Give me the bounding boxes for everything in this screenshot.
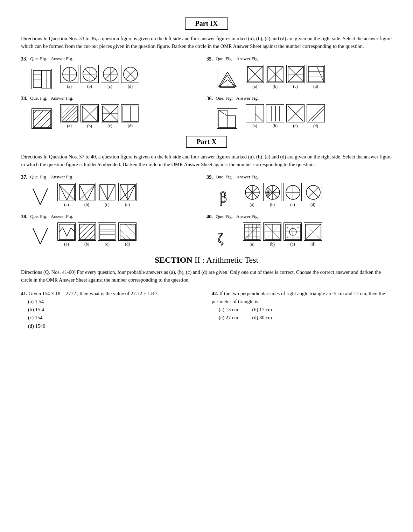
q36-que-label: Que. Fig.	[216, 95, 233, 101]
q35-num: 35.	[206, 56, 213, 62]
q34-c-label: (c)	[107, 123, 112, 129]
q40-ans-b: (b)	[263, 222, 281, 247]
q37-ans-d: (d)	[118, 183, 136, 207]
q40-ans-label: Answer Fig.	[236, 214, 259, 219]
q42-opt-a: (a) 13 cm	[219, 306, 238, 314]
q37-row: 37. Que. Fig. Answer Fig.	[21, 174, 206, 182]
q35-c-label: (c)	[293, 84, 298, 89]
q37-a-label: (a)	[64, 202, 69, 207]
q40-ans-a: (a)	[243, 222, 261, 247]
q37-b-label: (b)	[84, 202, 89, 207]
q35-d-svg	[307, 65, 325, 83]
svg-line-96	[33, 189, 40, 205]
q36-c-label: (c)	[293, 123, 298, 129]
q36-a-svg	[246, 104, 264, 122]
q36-que-fig	[217, 108, 237, 129]
q40-d-svg	[304, 222, 322, 241]
svg-rect-59	[61, 105, 78, 122]
svg-rect-143	[58, 223, 76, 241]
q36-ans-a: (a)	[246, 104, 264, 129]
section-2-title-bold: SECTION	[155, 255, 192, 264]
q37-que-svg	[31, 187, 49, 207]
q39-ans-a: (a)	[243, 183, 261, 207]
q42-options-row1: (a) 13 cm (b) 17 cm	[219, 306, 392, 314]
q34-c-svg	[101, 104, 119, 122]
q34-que-fig	[31, 108, 52, 129]
q39-a-label: (a)	[250, 202, 254, 207]
q40-que-svg: ζ	[217, 227, 234, 247]
q33-b-label: (b)	[87, 84, 92, 89]
q41-opt-c: (c) 154	[28, 314, 201, 322]
q42-block: 42. If the two perpendicular sides of ri…	[212, 290, 392, 330]
q40-block: 40. Que. Fig. Answer Fig. ζ	[206, 214, 392, 247]
q37-q39-row: 37. Que. Fig. Answer Fig.	[21, 174, 392, 207]
q35-figures: (a) (b) (c	[217, 65, 392, 89]
svg-text:+: +	[287, 226, 288, 229]
q42-text: If the two perpendicular sides of right …	[212, 291, 385, 304]
q38-q40-row: 38. Que. Fig. Answer Fig. (a)	[21, 214, 392, 247]
q33-ans-b: (b)	[80, 65, 99, 89]
part-ix-directions: Directions In Question Nos. 33 to 36, a …	[21, 35, 392, 50]
q37-ans-a: (a)	[57, 183, 76, 207]
q36-row: 36. Que. Fig. Answer Fig.	[206, 95, 392, 103]
q40-b-svg	[263, 222, 281, 241]
q38-b-svg	[78, 222, 96, 241]
part-x-directions: Directions In Question Nos. 37 to 40, a …	[21, 153, 392, 169]
q40-que-label: Que. Fig.	[216, 214, 233, 219]
svg-rect-43	[307, 65, 325, 83]
q33-que-label: Que. Fig.	[30, 56, 47, 62]
q40-num: 40.	[206, 214, 213, 220]
q35-ans-label: Answer Fig.	[236, 56, 259, 62]
svg-rect-157	[119, 223, 136, 241]
q39-ans-c: (c)	[284, 183, 302, 207]
q37-ans-b: (b)	[78, 183, 96, 207]
q39-ans-b: β (b)	[263, 183, 281, 207]
q39-c-svg	[284, 183, 302, 201]
q35-que-label: Que. Fig.	[216, 56, 233, 62]
q35-b-svg	[266, 65, 284, 83]
q36-figures: (a) (b) (c)	[217, 104, 392, 129]
q40-c-label: (c)	[290, 242, 295, 247]
q42-opt-d: (d) 30 cm	[252, 314, 272, 322]
q38-c-label: (c)	[105, 242, 109, 247]
svg-text:+: +	[297, 235, 299, 239]
q41-block: 41. Given 154 × 18 = 2772 , then what is…	[21, 290, 201, 330]
q38-ans-c: (c)	[98, 222, 116, 247]
q33-figures: (a) (b)	[31, 65, 206, 89]
q33-block: 33. Que. Fig. Answer Fig.	[21, 56, 206, 89]
q34-ans-c: (c)	[101, 104, 119, 129]
q36-ans-d: (d)	[307, 104, 325, 129]
q41-num: 41.	[21, 291, 27, 296]
q35-block: 35. Que. Fig. Answer Fig.	[206, 56, 392, 89]
q35-a-label: (a)	[252, 84, 257, 89]
q33-q35-row: 33. Que. Fig. Answer Fig.	[21, 56, 392, 89]
q38-d-svg	[118, 222, 136, 241]
q36-ans-label: Answer Fig.	[236, 95, 259, 101]
q36-a-label: (a)	[252, 123, 257, 129]
q38-num: 38.	[21, 214, 27, 220]
q42-options: (a) 13 cm (b) 17 cm (c) 27 cm (d) 30 cm	[219, 306, 392, 322]
q34-ans-b: (b)	[80, 104, 99, 129]
q38-figures: (a) (b)	[31, 222, 206, 247]
q33-que-fig	[31, 69, 52, 89]
svg-text:ζ: ζ	[218, 230, 224, 246]
q35-que-fig	[217, 69, 237, 89]
q40-c-svg: + + + +	[284, 222, 302, 241]
q36-ans-c: (c)	[286, 104, 304, 129]
q36-num: 36.	[206, 95, 213, 101]
q40-figures: ζ (a)	[217, 222, 392, 247]
q40-row: 40. Que. Fig. Answer Fig.	[206, 214, 392, 221]
q38-ans-label: Answer Fig.	[51, 214, 73, 219]
q41-opt-d: (d) 1540	[28, 322, 201, 330]
q38-que-label: Que. Fig.	[30, 214, 47, 219]
svg-line-141	[33, 228, 40, 244]
q35-que-svg	[217, 69, 237, 89]
q35-c-svg	[286, 65, 304, 83]
svg-rect-145	[78, 223, 96, 241]
q40-que-fig: ζ	[217, 227, 234, 247]
section-2-title-rest: II : Arithmetic Test	[195, 255, 259, 264]
svg-line-97	[40, 189, 48, 205]
part-ix-box: Part IX	[185, 17, 229, 30]
q38-block: 38. Que. Fig. Answer Fig. (a)	[21, 214, 206, 247]
svg-rect-103	[78, 183, 96, 201]
